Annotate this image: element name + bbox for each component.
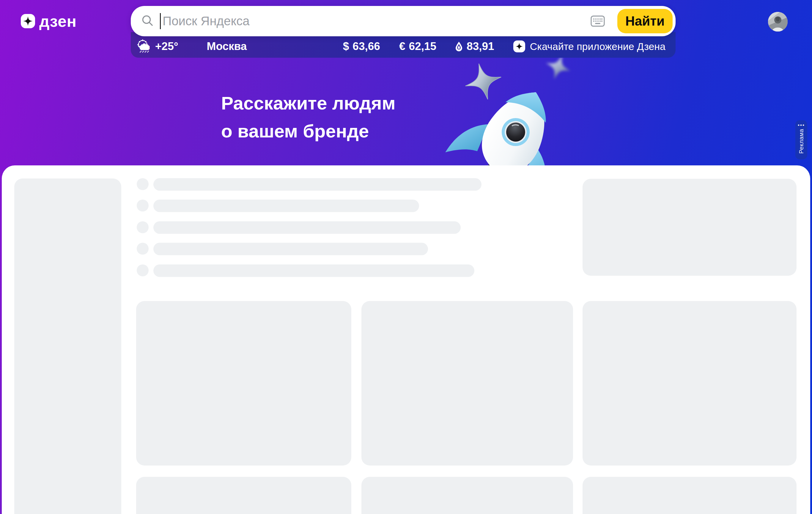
oil-value: 83,91: [467, 40, 494, 53]
headline-line2: о вашем бренде: [221, 117, 396, 145]
ad-banner[interactable]: Расскажите людям о вашем бренде: [0, 58, 812, 165]
headline-line1: Расскажите людям: [221, 89, 396, 117]
logo-wordmark: дзен: [39, 13, 77, 29]
eur-symbol: €: [399, 40, 405, 53]
skeleton-card: [361, 477, 573, 514]
skeleton-feed-line: [153, 221, 461, 234]
search-submit-button[interactable]: Найти: [617, 9, 673, 33]
usd-value: 63,66: [352, 40, 380, 53]
skeleton-feed-avatar: [137, 243, 149, 254]
usd-symbol: $: [343, 40, 349, 53]
skeleton-feed-avatar: [137, 265, 149, 276]
skeleton-card: [136, 477, 351, 514]
skeleton-widget-card: [583, 179, 796, 276]
ad-menu-dots[interactable]: •••: [798, 123, 805, 128]
rate-eur[interactable]: € 62,15: [399, 40, 436, 53]
city-link[interactable]: Москва: [207, 40, 247, 53]
weather-widget[interactable]: 🌦 +25°: [137, 40, 178, 53]
user-avatar[interactable]: [768, 12, 788, 31]
keyboard-icon[interactable]: [590, 16, 605, 27]
skeleton-card: [136, 301, 351, 465]
search-icon: [141, 14, 154, 28]
app-download-text: Скачайте приложение Дзена: [530, 41, 665, 52]
weather-temperature: +25°: [155, 40, 178, 53]
dzen-homepage: дзен Найти: [0, 0, 812, 514]
ad-label: Реклама: [798, 129, 805, 154]
currency-rates: $ 63,66 € 62,15 83,91: [343, 40, 494, 53]
skeleton-card: [583, 477, 796, 514]
skeleton-sidebar: [14, 179, 121, 514]
skeleton-feed-avatar: [137, 178, 149, 190]
content-panel: [2, 165, 810, 514]
skeleton-feed-line: [153, 265, 474, 277]
banner-headline: Расскажите людям о вашем бренде: [221, 89, 396, 145]
dzen-logo[interactable]: дзен: [21, 13, 77, 29]
skeleton-feed-line: [153, 243, 428, 255]
skeleton-feed-line: [153, 199, 419, 212]
skeleton-feed-avatar: [137, 221, 149, 233]
oil-droplet-icon: [455, 42, 462, 51]
weather-icon: 🌦: [137, 40, 150, 53]
rate-usd[interactable]: $ 63,66: [343, 40, 380, 53]
skeleton-card: [583, 301, 796, 465]
app-download-link[interactable]: Скачайте приложение Дзена: [513, 40, 665, 52]
skeleton-card: [361, 301, 573, 465]
ad-badge[interactable]: ••• Реклама: [795, 120, 807, 159]
dzen-star-icon: [21, 14, 35, 28]
rate-oil[interactable]: 83,91: [455, 40, 494, 53]
skeleton-feed-line: [153, 178, 482, 191]
dzen-app-icon: [513, 40, 525, 52]
search-input[interactable]: [161, 14, 590, 28]
skeleton-feed-avatar: [137, 199, 149, 212]
search-bar: Найти: [131, 6, 675, 36]
eur-value: 62,15: [409, 40, 437, 53]
